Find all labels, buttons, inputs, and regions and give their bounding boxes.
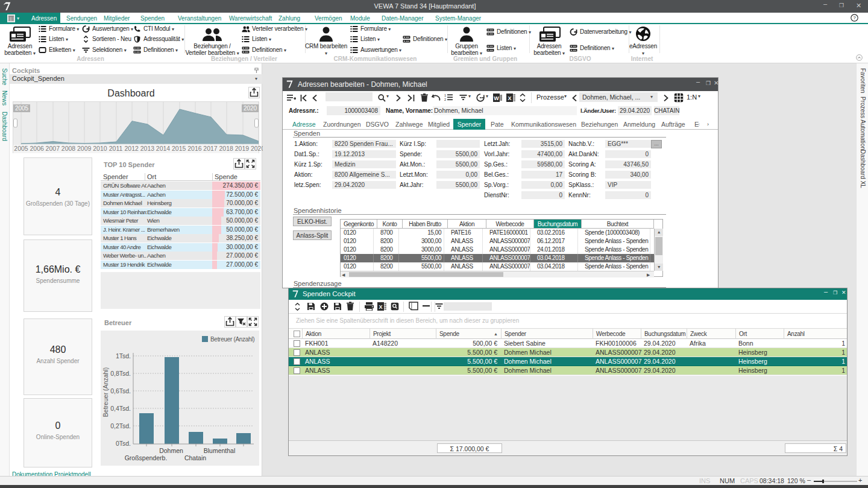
svg-text:1Tsd.: 1Tsd.: [116, 352, 131, 360]
svg-text:W: W: [494, 95, 499, 101]
svg-text:2020: 2020: [244, 105, 257, 112]
svg-text:Chatain: Chatain: [184, 454, 206, 461]
svg-text:2016: 2016: [187, 145, 202, 152]
svg-text:0,4Tsd.: 0,4Tsd.: [110, 405, 131, 412]
svg-text:2017: 2017: [203, 145, 218, 152]
svg-text:?: ?: [853, 15, 856, 21]
svg-text:2019: 2019: [235, 145, 250, 152]
svg-text:2012: 2012: [125, 145, 139, 152]
svg-text:2009: 2009: [77, 145, 92, 152]
svg-text:Dohmen: Dohmen: [159, 447, 183, 454]
svg-text:2005: 2005: [15, 105, 29, 112]
svg-text:0,8Tsd.: 0,8Tsd.: [110, 370, 131, 377]
svg-text:Betreuer (Anzahl): Betreuer (Anzahl): [102, 367, 109, 417]
svg-text:2020: 2020: [251, 145, 263, 152]
svg-text:X: X: [379, 304, 382, 310]
svg-text:2014: 2014: [156, 145, 171, 152]
svg-text:2018: 2018: [219, 145, 234, 152]
svg-text:2011: 2011: [109, 145, 123, 152]
svg-text:Großspenderb.: Großspenderb.: [125, 454, 168, 461]
svg-text:1: 1: [444, 93, 446, 97]
svg-text:2: 2: [444, 98, 446, 101]
svg-text:X: X: [508, 95, 511, 101]
svg-text:2006: 2006: [30, 145, 45, 152]
svg-text:2010: 2010: [93, 145, 107, 152]
svg-text:2005: 2005: [14, 145, 28, 152]
svg-text:Betreuer (Anzahl): Betreuer (Anzahl): [210, 336, 254, 343]
svg-text:2007: 2007: [46, 145, 60, 152]
svg-text:0Tsd.: 0Tsd.: [116, 440, 131, 447]
svg-text:2013: 2013: [140, 145, 155, 152]
svg-text:Blumenthal: Blumenthal: [204, 447, 236, 454]
svg-text:2015: 2015: [172, 145, 186, 152]
svg-text:0,6Tsd.: 0,6Tsd.: [110, 387, 131, 395]
svg-text:2008: 2008: [61, 145, 76, 152]
svg-text:0,2Tsd.: 0,2Tsd.: [110, 422, 131, 429]
